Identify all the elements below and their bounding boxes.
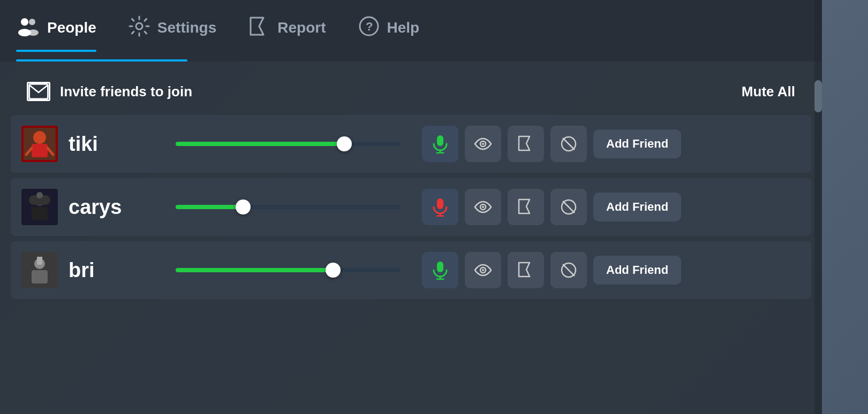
svg-point-9 [33, 131, 46, 144]
main-panel: People Settings Report [0, 0, 822, 414]
player-name-carys: carys [69, 196, 165, 219]
svg-point-0 [21, 18, 28, 26]
add-friend-button-bri[interactable]: Add Friend [593, 256, 681, 285]
nav-bar: People Settings Report [0, 0, 822, 62]
svg-rect-35 [32, 270, 48, 283]
avatar-tiki [21, 126, 58, 162]
tab-people-label: People [47, 19, 96, 36]
envelope-icon [27, 82, 50, 101]
invite-section[interactable]: Invite friends to join [27, 82, 192, 101]
tab-settings[interactable]: Settings [129, 16, 216, 47]
svg-point-18 [482, 143, 484, 145]
people-icon [16, 14, 40, 41]
scrollbar-thumb[interactable] [814, 80, 822, 112]
action-buttons-bri: Add Friend [422, 252, 681, 288]
inspect-button-bri[interactable] [465, 252, 501, 288]
tab-settings-label: Settings [157, 19, 216, 36]
report-button-bri[interactable] [508, 252, 544, 288]
svg-rect-11 [34, 144, 39, 157]
player-row-bri: bri [11, 241, 811, 299]
mic-button-carys[interactable] [422, 189, 458, 225]
svg-text:?: ? [366, 20, 373, 33]
tab-help-label: Help [387, 19, 420, 36]
add-friend-button-tiki[interactable]: Add Friend [593, 129, 681, 158]
block-button-bri[interactable] [550, 252, 587, 288]
content-area: Invite friends to join Mute All tiki [0, 62, 822, 414]
volume-slider-tiki[interactable] [176, 142, 401, 146]
svg-rect-26 [437, 198, 443, 209]
report-button-tiki[interactable] [508, 126, 544, 162]
active-tab-underline [16, 59, 187, 62]
avatar-carys [21, 189, 58, 225]
mic-button-bri[interactable] [422, 252, 458, 288]
svg-rect-37 [437, 262, 443, 272]
svg-rect-10 [32, 144, 48, 157]
svg-line-32 [563, 201, 575, 213]
svg-point-41 [482, 269, 484, 271]
svg-point-4 [136, 23, 142, 29]
invite-label: Invite friends to join [60, 83, 192, 100]
player-row-tiki: tiki [11, 115, 811, 173]
player-name-bri: bri [69, 259, 165, 282]
svg-rect-23 [32, 207, 48, 220]
report-icon [248, 16, 270, 40]
svg-rect-36 [37, 257, 42, 265]
inspect-button-carys[interactable] [465, 189, 501, 225]
svg-rect-14 [437, 135, 443, 146]
avatar-bri [21, 252, 58, 288]
tab-help[interactable]: ? Help [358, 16, 420, 47]
mic-button-tiki[interactable] [422, 126, 458, 162]
block-button-tiki[interactable] [550, 126, 587, 162]
scrollbar-track [814, 0, 822, 414]
block-button-carys[interactable] [550, 189, 587, 225]
svg-point-2 [29, 19, 35, 25]
mute-all-button[interactable]: Mute All [742, 83, 795, 100]
inspect-button-tiki[interactable] [465, 126, 501, 162]
tab-report[interactable]: Report [248, 16, 326, 47]
volume-slider-bri[interactable] [176, 268, 401, 272]
tab-report-label: Report [277, 19, 326, 36]
help-icon: ? [358, 16, 380, 40]
svg-line-43 [563, 264, 575, 276]
volume-slider-carys[interactable] [176, 205, 401, 209]
add-friend-button-carys[interactable]: Add Friend [593, 193, 681, 221]
player-name-tiki: tiki [69, 133, 165, 156]
settings-icon [129, 16, 150, 40]
action-buttons-tiki: Add Friend [422, 126, 681, 162]
svg-point-25 [36, 192, 43, 198]
report-button-carys[interactable] [508, 189, 544, 225]
svg-rect-7 [29, 84, 48, 99]
invite-bar: Invite friends to join Mute All [11, 72, 811, 111]
action-buttons-carys: Add Friend [422, 189, 681, 225]
svg-line-20 [563, 138, 575, 150]
tab-people[interactable]: People [16, 14, 96, 48]
svg-point-3 [28, 29, 39, 36]
svg-point-30 [482, 206, 484, 208]
player-row-carys: carys [11, 178, 811, 236]
